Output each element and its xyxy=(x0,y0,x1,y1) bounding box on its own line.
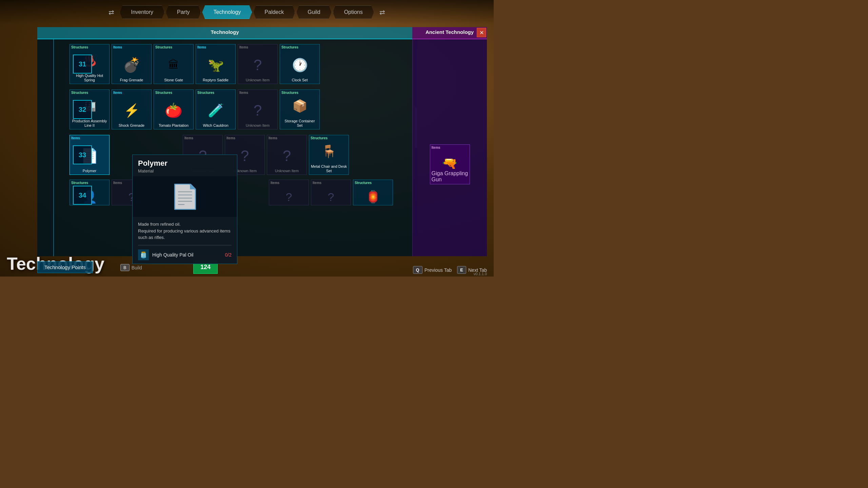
giga-grappling-gun-icon: 🔫 xyxy=(442,156,457,170)
tech-content: 31 Structures ♨️ High Quality Hot Spring… xyxy=(37,39,487,256)
tech-points-label: Technology Points xyxy=(37,261,93,273)
prev-tab-label: Previous Tab xyxy=(425,267,452,273)
level-32-container: 32 Structures 🏭 Production Assembly Line… xyxy=(70,88,409,131)
tooltip-description: Made from refined oil.Required for produ… xyxy=(133,217,237,244)
close-button[interactable]: ✕ xyxy=(477,28,486,37)
prev-nav-arrow[interactable]: ⇄ xyxy=(103,5,120,19)
tab-options[interactable]: Options xyxy=(333,5,374,19)
unknown-icon-31-5: ? xyxy=(244,53,271,77)
frag-grenade-icon: 💣 xyxy=(118,53,145,77)
card-unknown-31-5[interactable]: Items ? Unknown Item xyxy=(238,44,278,84)
card-unknown-34-3[interactable]: Items ? xyxy=(269,180,309,205)
card-level34-lamp[interactable]: Structures 🏮 xyxy=(353,180,393,205)
ingredient-icon-oil: 🫙 xyxy=(138,249,149,260)
panel-header: Technology Ancient Technology xyxy=(37,27,487,39)
unknown-icon-33-4: ? xyxy=(273,144,300,168)
level-34-row: Structures 👤 Items ? Items ? xyxy=(70,179,409,206)
lamp-icon: 🏮 xyxy=(359,190,387,204)
level-31-container: 31 Structures ♨️ High Quality Hot Spring… xyxy=(70,43,409,85)
level-33-marker: 33 xyxy=(73,145,92,164)
witch-cauldron-icon: 🧪 xyxy=(202,98,229,123)
card-unknown-33-4[interactable]: Items ? Unknown Item xyxy=(267,135,307,175)
level-34-marker: 34 xyxy=(73,186,92,205)
storage-container-icon: 📦 xyxy=(286,94,313,118)
card-witch-cauldron[interactable]: Structures 🧪 Witch Cauldron xyxy=(196,89,236,129)
card-storage-container-set[interactable]: Structures 📦 Storage Container Set xyxy=(280,89,320,129)
tooltip-divider xyxy=(138,245,232,245)
tooltip-title: Polymer xyxy=(133,155,237,168)
next-nav-arrow[interactable]: ⇄ xyxy=(374,5,391,19)
unknown-icon-32-5: ? xyxy=(244,98,271,123)
tab-party[interactable]: Party xyxy=(166,5,201,19)
level-31-row: Structures ♨️ High Quality Hot Spring It… xyxy=(70,43,409,85)
metal-chair-icon: 🪑 xyxy=(315,139,342,164)
card-tomato-plantation[interactable]: Structures 🍅 Tomato Plantation xyxy=(154,89,194,129)
shock-grenade-icon: ⚡ xyxy=(118,98,145,123)
ingredient-name-oil: High Quality Pal Oil xyxy=(152,252,222,258)
card-giga-grappling-gun[interactable]: Items 🔫 Giga Grappling Gun xyxy=(430,144,470,184)
card-stone-gate[interactable]: Structures 🏛 Stone Gate xyxy=(154,44,194,84)
tooltip-ingredient-1: 🫙 High Quality Pal Oil 0/2 xyxy=(133,247,237,264)
card-unknown-34-4[interactable]: Items ? xyxy=(311,180,351,205)
card-reptyro-saddle[interactable]: Items 🦖 Reptyro Saddle xyxy=(196,44,236,84)
tab-paldeck[interactable]: Paldeck xyxy=(253,5,295,19)
level-33-container: 33 Items 📄 Polymer Items xyxy=(70,134,409,176)
level-34-container: 34 Structures 👤 Items ? xyxy=(70,179,409,206)
stone-gate-icon: 🏛 xyxy=(160,53,187,77)
tooltip-popup: Polymer Material 📄 Made from refined oil… xyxy=(132,155,237,264)
technology-tab[interactable]: Technology xyxy=(37,27,412,39)
tree-connector-line xyxy=(53,39,54,256)
reptyro-saddle-icon: 🦖 xyxy=(202,53,229,77)
ingredient-count-oil: 0/2 xyxy=(225,252,232,258)
tab-technology[interactable]: Technology xyxy=(202,5,252,19)
tab-guild[interactable]: Guild xyxy=(296,5,331,19)
card-frag-grenade[interactable]: Items 💣 Frag Grenade xyxy=(112,44,152,84)
nav-tabs: Inventory Party Technology Paldeck Guild… xyxy=(120,5,374,19)
tab-inventory[interactable]: Inventory xyxy=(120,5,164,19)
level-32-marker: 32 xyxy=(73,100,92,119)
tooltip-subtitle: Material xyxy=(133,168,237,176)
level-32-row: Structures 🏭 Production Assembly Line II… xyxy=(70,88,409,131)
nav-bar: ⇄ Inventory Party Technology Paldeck Gui… xyxy=(0,0,494,24)
prev-tab-hint: Q Previous Tab xyxy=(413,266,452,274)
level-33-row: Items 📄 Polymer Items ? Unknown Item xyxy=(70,134,409,176)
unknown-icon-34-4: ? xyxy=(317,190,344,204)
ancient-panel: Items 🔫 Giga Grappling Gun xyxy=(412,39,487,256)
card-unknown-32-5[interactable]: Items ? Unknown Item xyxy=(238,89,278,129)
tomato-plantation-icon: 🍅 xyxy=(160,98,187,123)
card-metal-chair-desk-set[interactable]: Structures 🪑 Metal Chair and Desk Set xyxy=(309,135,349,175)
card-shock-grenade[interactable]: Items ⚡ Shock Grenade xyxy=(112,89,152,129)
next-tab-key: E xyxy=(457,266,466,274)
card-clock-set[interactable]: Structures 🕐 Clock Set xyxy=(280,44,320,84)
level-31-marker: 31 xyxy=(73,55,92,74)
main-panel: Technology Ancient Technology 31 Structu… xyxy=(37,27,487,256)
unknown-icon-34-3: ? xyxy=(275,190,302,204)
ancient-technology-tab[interactable]: Ancient Technology xyxy=(412,27,487,39)
tooltip-image: 📄 xyxy=(133,176,237,217)
version-label: v0.1.1.0 xyxy=(474,272,487,276)
clock-set-icon: 🕐 xyxy=(286,53,313,77)
prev-tab-key: Q xyxy=(413,266,422,274)
